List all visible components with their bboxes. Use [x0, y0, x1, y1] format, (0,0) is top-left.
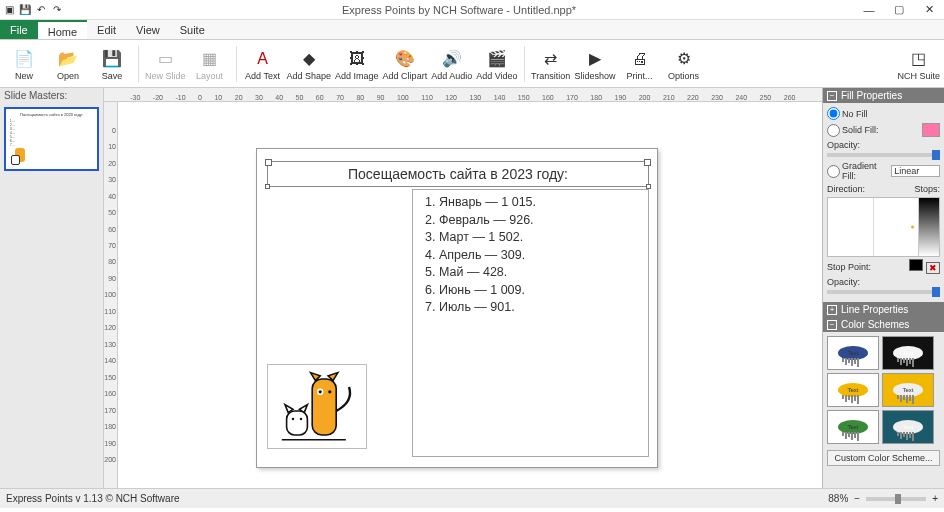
color-scheme[interactable]: Text: [827, 336, 879, 370]
color-scheme[interactable]: Text: [827, 410, 879, 444]
window-title: Express Points by NCH Software - Untitle…: [64, 4, 854, 16]
horizontal-ruler: -30-20-100102030405060708090100110120130…: [104, 88, 822, 102]
svg-rect-4: [287, 411, 308, 435]
shape-icon: ◆: [303, 47, 315, 71]
layout-button[interactable]: ▦Layout: [190, 42, 230, 86]
qat-redo-icon[interactable]: ↷: [50, 3, 64, 17]
separator: [524, 46, 525, 82]
new-button[interactable]: 📄New: [4, 42, 44, 86]
add-video-button[interactable]: 🎬Add Video: [476, 42, 517, 86]
stop-opacity-slider[interactable]: [827, 290, 940, 294]
new-slide-button[interactable]: ▭New Slide: [145, 42, 186, 86]
slide-masters-header: Slide Masters:: [0, 88, 103, 103]
title-textbox[interactable]: Посещаемость сайта в 2023 году:: [267, 161, 649, 187]
audio-icon: 🔊: [442, 47, 462, 71]
qat-save-icon[interactable]: 💾: [18, 3, 32, 17]
properties-panel: −Fill Properties No Fill Solid Fill: Opa…: [822, 88, 944, 488]
vertical-ruler: 0102030405060708090100110120130140150160…: [104, 102, 118, 488]
status-text: Express Points v 1.13 © NCH Software: [6, 493, 180, 504]
line-properties-header[interactable]: +Line Properties: [823, 302, 944, 317]
svg-point-5: [292, 417, 294, 419]
add-clipart-button[interactable]: 🎨Add Clipart: [383, 42, 428, 86]
svg-point-2: [319, 390, 322, 393]
color-scheme[interactable]: Text: [882, 336, 934, 370]
slide-masters-panel: Slide Masters: Посещаемость сайта в 2023…: [0, 88, 104, 488]
svg-point-3: [328, 390, 331, 393]
separator: [138, 46, 139, 82]
add-audio-button[interactable]: 🔊Add Audio: [431, 42, 472, 86]
gradient-fill-radio[interactable]: Gradient Fill:: [827, 161, 891, 181]
no-fill-radio[interactable]: No Fill: [827, 107, 868, 120]
options-icon: ⚙: [677, 47, 691, 71]
save-button[interactable]: 💾Save: [92, 42, 132, 86]
solid-fill-radio[interactable]: Solid Fill:: [827, 124, 879, 137]
transition-button[interactable]: ⇄Transition: [531, 42, 571, 86]
dog-cat-clipart: [277, 369, 357, 445]
maximize-button[interactable]: ▢: [884, 1, 914, 19]
slideshow-icon: ▶: [589, 47, 601, 71]
new-slide-icon: ▭: [158, 47, 173, 71]
clipart-icon: 🎨: [395, 47, 415, 71]
open-button[interactable]: 📂Open: [48, 42, 88, 86]
solid-fill-color[interactable]: [922, 123, 940, 137]
add-image-button[interactable]: 🖼Add Image: [335, 42, 379, 86]
gradient-type-select[interactable]: Linear: [891, 165, 940, 177]
slideshow-button[interactable]: ▶Slideshow: [575, 42, 616, 86]
opacity-slider[interactable]: [827, 153, 940, 157]
body-list: Январь — 1 015.Февраль — 926.Март — 1 50…: [421, 194, 640, 317]
slide-thumbnail[interactable]: Посещаемость сайта в 2023 году: 1…2…3…4……: [4, 107, 99, 171]
clipart-frame[interactable]: [267, 364, 367, 449]
svg-point-6: [300, 417, 302, 419]
save-icon: 💾: [102, 47, 122, 71]
open-icon: 📂: [58, 47, 78, 71]
add-text-button[interactable]: AAdd Text: [243, 42, 283, 86]
menu-suite[interactable]: Suite: [170, 20, 215, 39]
menu-view[interactable]: View: [126, 20, 170, 39]
remove-stop[interactable]: [926, 262, 940, 274]
slide-canvas[interactable]: -30-20-100102030405060708090100110120130…: [104, 88, 822, 488]
image-icon: 🖼: [349, 47, 365, 71]
video-icon: 🎬: [487, 47, 507, 71]
add-shape-button[interactable]: ◆Add Shape: [287, 42, 332, 86]
clipart-thumb: [10, 147, 30, 165]
separator: [236, 46, 237, 82]
menu-bar: File Home Edit View Suite: [0, 20, 944, 40]
slide-title: Посещаемость сайта в 2023 году:: [348, 166, 568, 182]
app-icon: ▣: [2, 3, 16, 17]
color-schemes-header[interactable]: −Color Schemes: [823, 317, 944, 332]
minimize-button[interactable]: —: [854, 1, 884, 19]
svg-rect-0: [312, 379, 336, 435]
color-scheme-grid: TextTextTextTextTextText: [823, 332, 944, 448]
print-button[interactable]: 🖨Print...: [620, 42, 660, 86]
zoom-out-button[interactable]: −: [854, 493, 860, 504]
nch-suite-button[interactable]: ◳NCH Suite: [897, 42, 940, 86]
slide[interactable]: Посещаемость сайта в 2023 году: Январь —…: [256, 148, 658, 468]
status-bar: Express Points v 1.13 © NCH Software 88%…: [0, 488, 944, 508]
ribbon-toolbar: 📄New 📂Open 💾Save ▭New Slide ▦Layout AAdd…: [0, 40, 944, 88]
zoom-label: 88%: [828, 493, 848, 504]
new-icon: 📄: [14, 47, 34, 71]
quick-access-toolbar: ▣ 💾 ↶ ↷: [0, 3, 64, 17]
stop-color[interactable]: [909, 259, 923, 271]
zoom-in-button[interactable]: +: [932, 493, 938, 504]
color-scheme[interactable]: Text: [882, 410, 934, 444]
menu-edit[interactable]: Edit: [87, 20, 126, 39]
transition-icon: ⇄: [544, 47, 557, 71]
print-icon: 🖨: [632, 47, 648, 71]
suite-icon: ◳: [911, 47, 926, 71]
custom-color-scheme-button[interactable]: Custom Color Scheme...: [827, 450, 940, 466]
body-textbox[interactable]: Январь — 1 015.Февраль — 926.Март — 1 50…: [412, 189, 649, 457]
zoom-slider[interactable]: [866, 497, 926, 501]
menu-file[interactable]: File: [0, 20, 38, 39]
options-button[interactable]: ⚙Options: [664, 42, 704, 86]
text-icon: A: [257, 47, 268, 71]
qat-undo-icon[interactable]: ↶: [34, 3, 48, 17]
menu-home[interactable]: Home: [38, 20, 87, 39]
fill-properties-header[interactable]: −Fill Properties: [823, 88, 944, 103]
gradient-editor[interactable]: [827, 197, 940, 257]
close-button[interactable]: ✕: [914, 1, 944, 19]
color-scheme[interactable]: Text: [827, 373, 879, 407]
opacity-label: Opacity:: [827, 140, 860, 150]
color-scheme[interactable]: Text: [882, 373, 934, 407]
window-titlebar: ▣ 💾 ↶ ↷ Express Points by NCH Software -…: [0, 0, 944, 20]
